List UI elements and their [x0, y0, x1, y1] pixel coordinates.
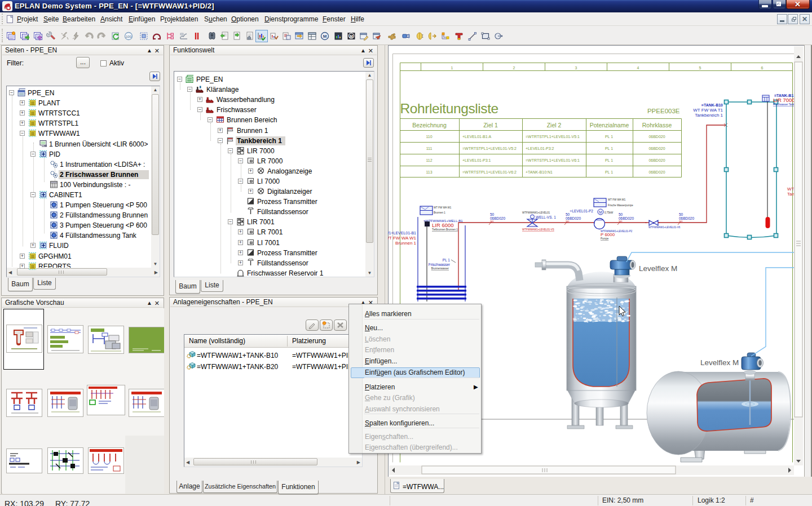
svg-text:WT FW WA T1: WT FW WA T1 [693, 108, 723, 113]
svg-text:Frische Wasserpumpe: Frische Wasserpumpe [608, 204, 633, 207]
svg-text:WTFWWAW1+LEVEL01-VS: WTFWWAW1+LEVEL01-VS [522, 228, 554, 231]
svg-text:M: M [599, 210, 602, 214]
svg-text:1: 1 [451, 66, 453, 70]
svg-text:110: 110 [426, 135, 432, 139]
svg-text:PL 1: PL 1 [443, 258, 451, 262]
svg-text:4: 4 [637, 66, 639, 70]
svg-text:0,75kW: 0,75kW [604, 211, 614, 214]
svg-text:=WTRTSTPL1+LEVEL01-V6:1: =WTRTSTPL1+LEVEL01-V6:1 [526, 158, 580, 162]
svg-text:Frischwasser Tank 1: Frischwasser Tank 1 [773, 103, 796, 106]
svg-text:+TANK-B10:N1: +TANK-B10:N1 [526, 170, 553, 174]
svg-text:6: 6 [761, 66, 764, 70]
svg-text:Frischwasser: Frischwasser [429, 263, 451, 267]
svg-text:113: 113 [426, 170, 432, 174]
svg-text:110: 110 [679, 220, 683, 223]
svg-text:110: 110 [619, 220, 623, 223]
svg-text:Potenzialname: Potenzialname [590, 122, 629, 128]
svg-text:50: 50 [619, 212, 623, 216]
svg-text:Tankbereich 1: Tankbereich 1 [695, 113, 723, 118]
svg-text:06BD020: 06BD020 [648, 147, 665, 150]
svg-text:110: 110 [566, 220, 570, 223]
svg-text:P 6000: P 6000 [601, 232, 615, 237]
svg-text:Brunnenwasser: Brunnenwasser [431, 267, 449, 270]
svg-text:WTFWWAW1+LEVEL01: WTFWWAW1+LEVEL01 [522, 211, 550, 214]
svg-text:5: 5 [699, 66, 701, 70]
svg-text:06BD020: 06BD020 [648, 170, 665, 174]
svg-text:WT FW WA W1: WT FW WA W1 [434, 206, 452, 209]
svg-text:PL 1: PL 1 [605, 158, 613, 162]
svg-text:=WTRTSTPL1+LEVEL01-V6:2: =WTRTSTPL1+LEVEL01-V6:2 [462, 170, 517, 174]
svg-text:=WTRTSTPL1+LEVEL01-V5:1: =WTRTSTPL1+LEVEL01-V5:1 [526, 135, 580, 139]
svg-text:PL 1: PL 1 [605, 135, 613, 139]
svg-text:+LEVEL01-P3:2: +LEVEL01-P3:2 [526, 147, 554, 150]
svg-text:50: 50 [490, 212, 495, 216]
svg-text:Brunnen 1: Brunnen 1 [395, 241, 416, 246]
svg-text:PL 1: PL 1 [605, 170, 613, 174]
svg-text:06BD020: 06BD020 [648, 135, 665, 139]
svg-text:=WTRTSTPL1+LEVEL01-V5:2: =WTRTSTPL1+LEVEL01-V5:2 [462, 147, 517, 150]
svg-text:M: M [350, 34, 353, 38]
svg-text:WAW1+LEVEL01-B1: WAW1+LEVEL01-B1 [388, 231, 416, 235]
svg-text:110: 110 [490, 220, 494, 223]
svg-text:PL 1: PL 1 [605, 147, 613, 150]
svg-text:100: 100 [126, 35, 132, 38]
svg-text:Rohrleitungsliste: Rohrleitungsliste [400, 101, 498, 116]
svg-text:Ziel 2: Ziel 2 [547, 122, 562, 128]
svg-text:LIR 6000: LIR 6000 [432, 222, 454, 228]
svg-text:WT: WT [787, 187, 795, 192]
svg-text:Ziel 1: Ziel 1 [483, 122, 498, 128]
svg-text:06BD020: 06BD020 [648, 158, 665, 162]
svg-text:Levelflex M: Levelflex M [700, 358, 739, 367]
svg-text:WT FW WA W1: WT FW WA W1 [608, 198, 626, 201]
svg-text:Brunnen 1: Brunnen 1 [434, 211, 445, 214]
svg-text:Pumpe: Pumpe [601, 237, 609, 240]
svg-text:Tan: Tan [787, 192, 795, 197]
svg-text:Rohrklasse: Rohrklasse [642, 122, 672, 128]
svg-text:+LEVEL01-B1:A: +LEVEL01-B1:A [462, 135, 492, 139]
svg-text:112: 112 [426, 158, 432, 162]
svg-text:WT FW WA W1: WT FW WA W1 [388, 236, 417, 241]
svg-text:Levelflex M: Levelflex M [639, 264, 677, 273]
svg-text:+LEVEL01-P3:1: +LEVEL01-P3:1 [462, 158, 491, 162]
svg-text:WTFWWAW1+LEVEL01-V6: WTFWWAW1+LEVEL01-V6 [648, 226, 681, 229]
svg-text:111: 111 [426, 147, 433, 150]
svg-text:=TANK-B10: =TANK-B10 [701, 103, 723, 107]
svg-text:Tiefbrunnen Brunnen 1: Tiefbrunnen Brunnen 1 [432, 228, 458, 231]
svg-text:2: 2 [513, 66, 515, 70]
svg-text:3: 3 [575, 66, 577, 70]
svg-text:WELL-VS. 1: WELL-VS. 1 [536, 215, 556, 219]
svg-text:=LEVEL01-P2: =LEVEL01-P2 [570, 209, 594, 213]
svg-text:50: 50 [566, 212, 570, 216]
svg-text:PPEE003E: PPEE003E [647, 108, 680, 114]
svg-text:50: 50 [679, 212, 683, 216]
svg-text:LIR 7000: LIR 7000 [773, 97, 795, 103]
svg-text:M: M [323, 34, 327, 39]
svg-text:Bezeichnung: Bezeichnung [412, 122, 447, 128]
